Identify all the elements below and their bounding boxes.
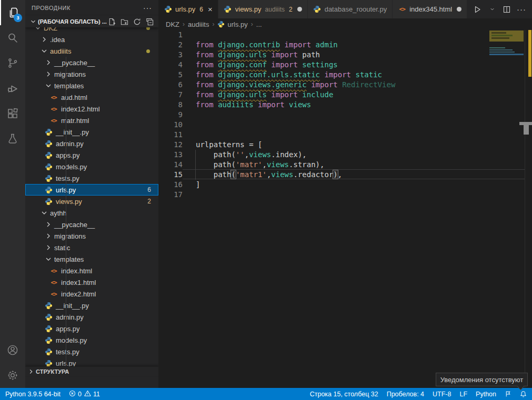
tree-item-views-py[interactable]: views.py2 [25, 196, 158, 207]
modified-dot-icon [146, 27, 150, 30]
tree-item-label: DKZ [44, 27, 57, 32]
tab-urls-py[interactable]: urls.py6× [158, 0, 218, 18]
tree-item--init-py[interactable]: __init__.py [25, 300, 158, 311]
tree-item-label: migrations [54, 232, 86, 240]
split-editor-icon[interactable] [500, 3, 513, 16]
run-icon[interactable] [471, 3, 484, 16]
language-mode-status[interactable]: Python [476, 391, 496, 398]
tree-item-index12-html[interactable]: <>index12.html [25, 103, 158, 115]
tree-item-matr-html[interactable]: <>matr.html [25, 115, 158, 126]
tree-item-admin-py[interactable]: admin.py [25, 138, 158, 149]
tree-item-apps-py[interactable]: apps.py [25, 149, 158, 161]
python-interpreter-status[interactable]: Python 3.9.5 64-bit [5, 391, 61, 398]
warning-count: 11 [93, 391, 100, 398]
run-debug-icon[interactable] [0, 76, 25, 101]
python-file-icon [44, 359, 53, 366]
python-file-icon [44, 174, 53, 182]
tree-item-aythh[interactable]: aythh [25, 207, 158, 219]
chevron-down-icon [40, 47, 48, 55]
tree-item-aud-html[interactable]: <>aud.html [25, 91, 158, 103]
tree-item-templates[interactable]: templates [25, 253, 158, 265]
dirty-dot-icon[interactable] [297, 7, 302, 12]
new-file-icon[interactable] [107, 17, 116, 26]
notifications-bell-icon[interactable] [520, 391, 527, 397]
breadcrumb-item[interactable]: DKZ [166, 20, 179, 28]
tree-item--pycache-[interactable]: __pycache__ [25, 219, 158, 230]
tree-item-label: audiiits [50, 47, 71, 55]
refresh-icon[interactable] [132, 17, 142, 26]
python-file-icon [44, 151, 53, 159]
tree-item-dkz[interactable]: DKZ [25, 27, 158, 34]
tab-database-roouter-py[interactable]: database_roouter.py [308, 0, 393, 18]
html-file-icon: <> [49, 278, 58, 286]
tree-item-label: tests.py [56, 175, 79, 182]
breadcrumb-item[interactable]: ... [256, 20, 262, 28]
tree-item-label: migrations [54, 70, 86, 78]
indent-guide [66, 57, 66, 230]
tree-item-index-html[interactable]: <>index.html [25, 265, 158, 276]
tree-item-templates[interactable]: templates [25, 80, 158, 91]
tree-item-label: aud.html [61, 94, 87, 101]
minimap-code-mark [489, 49, 513, 50]
explorer-more-actions-icon[interactable]: ··· [143, 4, 152, 12]
outline-section-header[interactable]: СТРУКТУРА [25, 366, 158, 376]
line-number: 12 [158, 140, 183, 150]
breadcrumb-item[interactable]: urls.py [217, 20, 247, 28]
tree-item-apps-py[interactable]: apps.py [25, 323, 158, 334]
tree-item-tests-py[interactable]: tests.py [25, 346, 158, 357]
minimap-code-mark [489, 47, 505, 48]
tab-label: views.py [235, 5, 262, 13]
tab-problems-badge: 6 [199, 6, 203, 13]
problems-status[interactable]: 0 11 [69, 390, 100, 398]
tree-item-index2-html[interactable]: <>index2.html [25, 288, 158, 300]
breadcrumb-separator: › [183, 20, 185, 28]
workspace-section-header[interactable]: (РАБОЧАЯ ОБЛАСТЬ) ... [25, 16, 158, 27]
tree-item-admin-py[interactable]: admin.py [25, 311, 158, 323]
tree-item-models-py[interactable]: models.py [25, 334, 158, 346]
eol-status[interactable]: LF [459, 391, 467, 398]
run-dropdown-icon[interactable] [486, 3, 498, 16]
tree-item--pycache-[interactable]: __pycache__ [25, 57, 158, 68]
dirty-dot-icon[interactable] [457, 7, 461, 12]
code-editor[interactable]: 12from django.contrib import admin3from … [158, 30, 532, 388]
html-file-icon: <> [49, 266, 58, 275]
feedback-icon[interactable] [505, 391, 511, 397]
close-icon[interactable]: × [208, 5, 213, 13]
collapse-all-icon[interactable] [145, 17, 154, 26]
testing-icon[interactable] [0, 126, 25, 151]
search-icon[interactable] [0, 25, 25, 50]
code-line-3: from django.urls import path [196, 50, 320, 60]
breadcrumb-item[interactable]: audiiits [188, 20, 209, 28]
tree-item--idea[interactable]: .idea [25, 34, 158, 45]
tree-item-models-py[interactable]: models.py [25, 161, 158, 172]
line-number: 5 [158, 70, 183, 80]
settings-icon[interactable] [0, 363, 25, 388]
more-actions-icon[interactable]: ··· [515, 3, 528, 16]
tree-item-urls-py[interactable]: urls.py6 [25, 184, 158, 196]
tab-views-py[interactable]: views.pyaudiiits2 [218, 0, 308, 18]
source-control-icon[interactable] [0, 50, 25, 76]
cursor-position-status[interactable]: Строка 15, столбец 32 [310, 391, 378, 398]
minimap-code-mark [491, 37, 509, 39]
tree-item-tests-py[interactable]: tests.py [25, 172, 158, 184]
new-folder-icon[interactable] [119, 17, 129, 26]
tree-item--init-py[interactable]: __init__.py [25, 126, 158, 138]
extensions-icon[interactable] [0, 101, 25, 126]
files-icon[interactable]: 3 [0, 0, 25, 25]
notification-tooltip-text: Уведомления отсутствуют [440, 376, 523, 384]
code-line-15: path('matr1',views.redactor), [196, 170, 342, 180]
tree-item-migrations[interactable]: migrations [25, 68, 158, 80]
chevron-right-icon [40, 35, 48, 44]
encoding-status[interactable]: UTF-8 [433, 391, 451, 398]
tree-item-audiiits[interactable]: audiiits [25, 45, 158, 57]
account-icon[interactable] [0, 337, 25, 363]
python-file-icon [44, 301, 53, 310]
vscode-window: 3 ПРОВОДНИК ··· (РАБОЧАЯ ОБЛАСТЬ) ... DK… [0, 0, 532, 400]
tab-index345-html[interactable]: <>index345.html [393, 0, 467, 18]
tree-item-index1-html[interactable]: <>index1.html [25, 276, 158, 288]
tree-item-migrations[interactable]: migrations [25, 230, 158, 242]
tree-item-urls-py[interactable]: urls.py [25, 357, 158, 366]
tree-item-static[interactable]: static [25, 242, 158, 253]
minimap-current-line-mark [489, 54, 524, 55]
indentation-status[interactable]: Пробелов: 4 [387, 391, 424, 398]
